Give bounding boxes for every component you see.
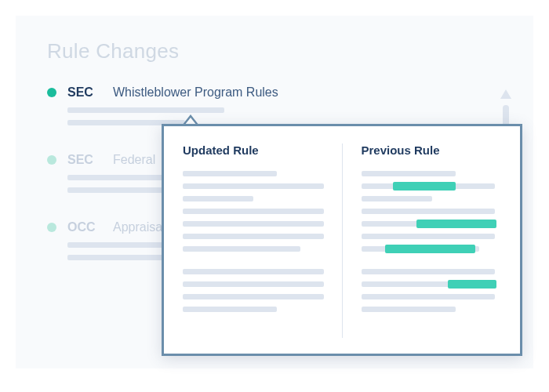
status-dot-icon <box>47 155 56 165</box>
rule-agency: SEC <box>67 85 102 100</box>
previous-rule-column: Previous Rule <box>342 143 502 338</box>
status-dot-icon <box>47 88 56 97</box>
rule-name: Federal <box>113 153 155 167</box>
updated-rule-heading: Updated Rule <box>183 143 323 157</box>
rule-agency: SEC <box>67 153 102 167</box>
rule-name: Appraisa <box>113 220 162 234</box>
rule-agency: OCC <box>67 220 102 234</box>
rule-item[interactable]: SEC Whistleblower Program Rules <box>47 85 502 125</box>
status-dot-icon <box>47 223 56 232</box>
rule-diff-popup: Updated Rule Previous Rule <box>162 124 522 356</box>
updated-rule-column: Updated Rule <box>183 143 323 338</box>
previous-rule-heading: Previous Rule <box>362 143 502 157</box>
rule-preview-lines <box>47 107 502 125</box>
scroll-up-icon[interactable] <box>500 89 511 99</box>
rule-name: Whistleblower Program Rules <box>113 85 278 100</box>
page-title: Rule Changes <box>47 39 502 64</box>
